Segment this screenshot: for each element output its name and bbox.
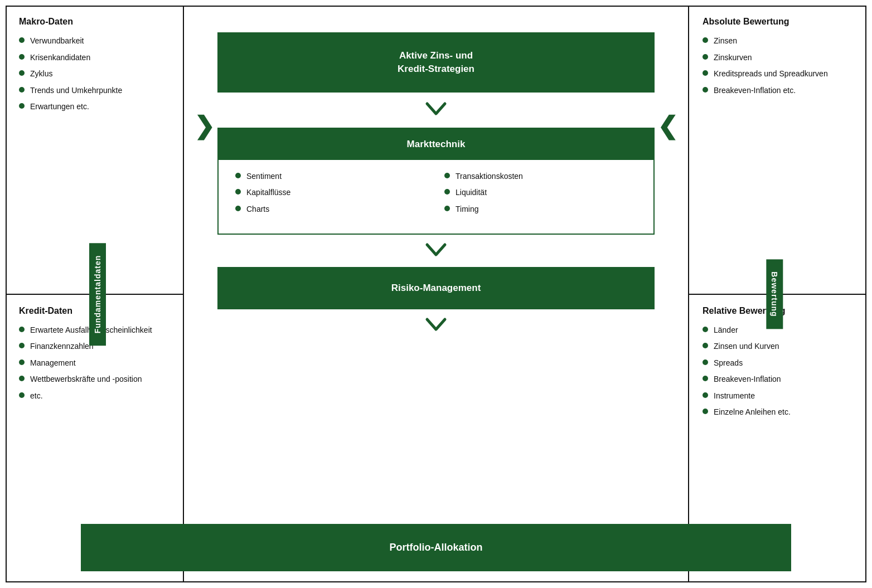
list-item: Kapitalflüsse bbox=[235, 187, 428, 198]
right-vertical-label: Bewertung bbox=[766, 259, 783, 329]
list-item: Breakeven-Inflation bbox=[703, 374, 853, 385]
bullet-icon bbox=[19, 103, 25, 109]
markttechnik-header: Markttechnik bbox=[219, 129, 653, 160]
list-item: Verwundbarkeit bbox=[19, 36, 169, 47]
bullet-icon bbox=[703, 343, 708, 348]
list-item-text: Verwundbarkeit bbox=[30, 36, 84, 47]
list-item: Erwartungen etc. bbox=[19, 101, 169, 113]
absolut-title: Absolute Bewertung bbox=[703, 17, 853, 27]
list-item: Charts bbox=[235, 204, 428, 215]
bullet-icon bbox=[19, 359, 25, 365]
bullet-icon bbox=[235, 173, 241, 178]
list-item-text: Finanzkennzahlen bbox=[30, 341, 94, 352]
list-item: Spreads bbox=[703, 358, 853, 369]
bullet-icon bbox=[235, 206, 241, 211]
list-item: Management bbox=[19, 358, 169, 369]
aktive-box: Aktive Zins- undKredit-Strategien bbox=[217, 32, 655, 93]
arrow-down-3 bbox=[425, 315, 447, 336]
list-item-text: Liquidität bbox=[456, 187, 487, 198]
left-vertical-label: Fundamentaldaten bbox=[89, 242, 106, 345]
bullet-icon bbox=[703, 70, 708, 76]
bullet-icon bbox=[19, 54, 25, 60]
list-item: etc. bbox=[19, 391, 169, 402]
list-item-text: Zyklus bbox=[30, 69, 52, 80]
bullet-icon bbox=[19, 37, 25, 43]
markttechnik-col1: Sentiment Kapitalflüsse Charts bbox=[235, 171, 428, 221]
markttechnik-col2: Transaktionskosten Liquidität Timing bbox=[444, 171, 637, 221]
markttechnik-container: Markttechnik Sentiment Kapitalflüsse Cha… bbox=[217, 128, 655, 235]
chevron-right-icon: ❮ bbox=[657, 111, 678, 140]
bullet-icon bbox=[703, 37, 708, 43]
list-item: Zinskurven bbox=[703, 52, 853, 64]
list-item: Transaktionskosten bbox=[444, 171, 637, 182]
list-item-text: Erwartungen etc. bbox=[30, 101, 89, 113]
arrow-down-1 bbox=[425, 98, 447, 122]
list-item-text: Breakeven-Inflation etc. bbox=[714, 85, 796, 96]
chevron-left-icon: ❯ bbox=[194, 111, 215, 140]
markttechnik-col1-list: Sentiment Kapitalflüsse Charts bbox=[235, 171, 428, 215]
page-container: Makro-Daten Verwundbarkeit Krisenkandida… bbox=[0, 0, 872, 588]
markttechnik-col2-list: Transaktionskosten Liquidität Timing bbox=[444, 171, 637, 215]
list-item-text: Instrumente bbox=[714, 391, 755, 402]
list-item-text: Spreads bbox=[714, 358, 743, 369]
portfolio-box: Portfolio-Allokation bbox=[81, 524, 791, 571]
bullet-icon bbox=[703, 359, 708, 365]
bullet-icon bbox=[19, 376, 25, 381]
center-area: Aktive Zins- undKredit-Strategien Marktt… bbox=[184, 17, 688, 571]
bullet-icon bbox=[444, 189, 450, 195]
list-item: Einzelne Anleihen etc. bbox=[703, 407, 853, 418]
bullet-icon bbox=[703, 327, 708, 332]
list-item-text: Länder bbox=[714, 325, 738, 336]
bullet-icon bbox=[19, 343, 25, 348]
bullet-icon bbox=[703, 376, 708, 381]
list-item: Kreditspreads und Spreadkurven bbox=[703, 69, 853, 80]
bullet-icon bbox=[703, 392, 708, 398]
list-item-text: Charts bbox=[246, 204, 269, 215]
bullet-icon bbox=[703, 409, 708, 414]
list-item-text: Kapitalflüsse bbox=[246, 187, 290, 198]
bullet-icon bbox=[19, 87, 25, 93]
list-item: Sentiment bbox=[235, 171, 428, 182]
risiko-box: Risiko-Management bbox=[217, 267, 655, 309]
list-item: Krisenkandidaten bbox=[19, 52, 169, 64]
list-item-text: Einzelne Anleihen etc. bbox=[714, 407, 791, 418]
list-item-text: Timing bbox=[456, 204, 479, 215]
list-item-text: Transaktionskosten bbox=[456, 171, 523, 182]
list-item: Wettbewerbskräfte und -position bbox=[19, 374, 169, 385]
bullet-icon bbox=[235, 189, 241, 195]
bullet-icon bbox=[19, 327, 25, 332]
list-item-text: Zinsen und Kurven bbox=[714, 341, 779, 352]
bullet-icon bbox=[444, 206, 450, 211]
list-item-text: Management bbox=[30, 358, 76, 369]
arrow-down-2 bbox=[425, 240, 447, 261]
bullet-icon bbox=[444, 173, 450, 178]
list-item-text: Breakeven-Inflation bbox=[714, 374, 781, 385]
absolut-section: Absolute Bewertung Zinsen Zinskurven Kre… bbox=[689, 6, 866, 295]
markttechnik-cols: Sentiment Kapitalflüsse Charts Transakti… bbox=[235, 171, 637, 221]
bullet-icon bbox=[19, 392, 25, 398]
makro-title: Makro-Daten bbox=[19, 17, 169, 27]
list-item: Zinsen und Kurven bbox=[703, 341, 853, 352]
bullet-icon bbox=[703, 87, 708, 93]
list-item-text: Kreditspreads und Spreadkurven bbox=[714, 69, 828, 80]
list-item: Timing bbox=[444, 204, 637, 215]
bullet-icon bbox=[19, 70, 25, 76]
markttechnik-body: Sentiment Kapitalflüsse Charts Transakti… bbox=[219, 160, 653, 234]
list-item: Liquidität bbox=[444, 187, 637, 198]
list-item-text: Trends und Umkehrpunkte bbox=[30, 85, 122, 96]
list-item: Trends und Umkehrpunkte bbox=[19, 85, 169, 96]
list-item-text: Krisenkandidaten bbox=[30, 52, 90, 64]
aktive-box-text: Aktive Zins- undKredit-Strategien bbox=[398, 49, 474, 76]
list-item: Breakeven-Inflation etc. bbox=[703, 85, 853, 96]
list-item-text: Sentiment bbox=[246, 171, 282, 182]
list-item-text: Wettbewerbskräfte und -position bbox=[30, 374, 142, 385]
list-item-text: etc. bbox=[30, 391, 43, 402]
makro-list: Verwundbarkeit Krisenkandidaten Zyklus T… bbox=[19, 36, 169, 113]
absolut-list: Zinsen Zinskurven Kreditspreads und Spre… bbox=[703, 36, 853, 96]
list-item: Zinsen bbox=[703, 36, 853, 47]
relativ-list: Länder Zinsen und Kurven Spreads Breakev… bbox=[703, 325, 853, 419]
bullet-icon bbox=[703, 54, 708, 60]
list-item: Zyklus bbox=[19, 69, 169, 80]
list-item-text: Zinskurven bbox=[714, 52, 752, 64]
list-item: Instrumente bbox=[703, 391, 853, 402]
